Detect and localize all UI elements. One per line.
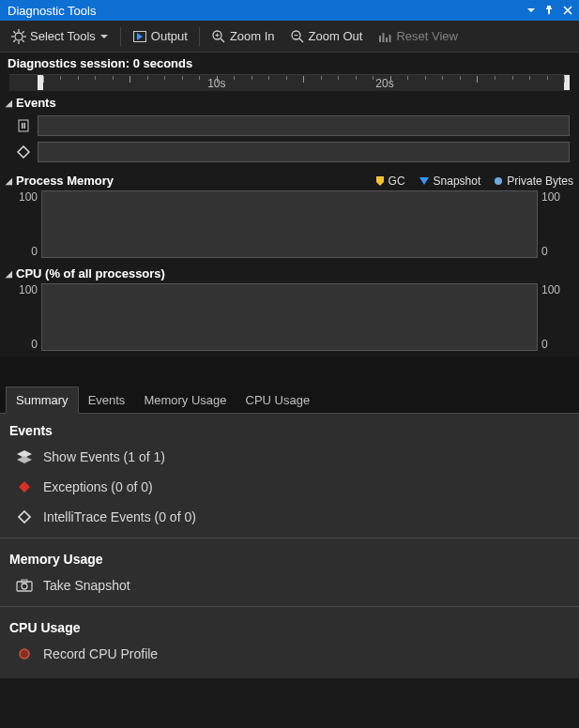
axis-tick: 100 [541, 283, 570, 296]
axis-tick: 100 [9, 283, 38, 296]
diamond-icon [9, 145, 38, 159]
pin-icon[interactable] [543, 5, 555, 16]
dropdown-icon[interactable] [526, 6, 536, 15]
select-tools-label: Select Tools [30, 29, 96, 43]
tab-memory-usage[interactable]: Memory Usage [134, 387, 236, 413]
legend-snapshot: Snapshot [419, 174, 481, 188]
cpu-section-header[interactable]: ◢ CPU (% of all processors) [0, 264, 579, 283]
session-duration-label: Diagnostics session: 0 seconds [0, 53, 579, 74]
svg-line-11 [221, 38, 224, 42]
timeline-ruler[interactable]: 10s 20s [9, 74, 570, 91]
divider [0, 538, 579, 538]
toolbar-separator [120, 27, 121, 46]
diamond-outline-icon [15, 510, 34, 523]
events-stack-icon [15, 450, 34, 463]
cpu-usage-heading: CPU Usage [0, 613, 579, 639]
cpu-plot[interactable] [41, 283, 538, 351]
record-icon [15, 647, 34, 660]
show-events-link[interactable]: Show Events (1 of 1) [0, 442, 579, 472]
axis-tick: 100 [9, 190, 38, 204]
zoom-out-button[interactable]: Zoom Out [284, 25, 369, 48]
legend-private-bytes: Private Bytes [494, 174, 573, 188]
axis-tick: 0 [541, 338, 570, 351]
events-section-header[interactable]: ◢ Events [0, 93, 579, 113]
camera-icon [15, 579, 34, 592]
toolbar-separator [199, 27, 200, 46]
exceptions-label: Exceptions (0 of 0) [43, 479, 153, 494]
tab-events[interactable]: Events [79, 387, 135, 413]
svg-rect-23 [24, 123, 26, 129]
zoom-in-label: Zoom In [230, 29, 275, 43]
chevron-down-icon [99, 32, 109, 41]
svg-line-15 [299, 38, 303, 42]
reset-view-label: Reset View [396, 29, 458, 43]
svg-point-28 [20, 649, 29, 659]
svg-line-5 [13, 31, 15, 33]
svg-line-8 [13, 39, 15, 41]
expand-collapse-icon: ◢ [6, 176, 12, 186]
svg-rect-18 [383, 33, 385, 42]
gear-icon [11, 29, 26, 44]
zoom-in-button[interactable]: Zoom In [206, 25, 281, 48]
title-bar: Diagnostic Tools [0, 0, 579, 21]
svg-line-7 [23, 31, 24, 33]
show-events-label: Show Events (1 of 1) [43, 449, 165, 464]
expand-collapse-icon: ◢ [6, 269, 12, 279]
svg-rect-17 [379, 36, 381, 42]
events-heading: Events [0, 416, 579, 442]
zoom-out-label: Zoom Out [309, 29, 363, 43]
axis-tick: 0 [9, 245, 38, 258]
break-events-track[interactable] [38, 115, 570, 136]
record-cpu-label: Record CPU Profile [43, 646, 158, 661]
divider [0, 356, 579, 381]
events-section-title: Events [16, 96, 56, 110]
tab-cpu-usage[interactable]: CPU Usage [236, 387, 320, 413]
intellitrace-label: IntelliTrace Events (0 of 0) [43, 509, 196, 524]
output-label: Output [151, 29, 188, 43]
output-button[interactable]: Output [127, 25, 193, 48]
legend-gc: GC [375, 174, 405, 188]
exception-icon [15, 480, 34, 493]
process-memory-plot[interactable] [41, 190, 538, 258]
svg-point-27 [22, 584, 27, 589]
svg-rect-22 [22, 123, 23, 129]
axis-tick: 0 [9, 338, 38, 351]
select-tools-button[interactable]: Select Tools [6, 25, 114, 48]
reset-view-icon [377, 29, 392, 44]
process-memory-header[interactable]: ◢ Process Memory GC Snapshot Private Byt… [0, 171, 579, 190]
pause-break-icon [9, 119, 38, 132]
svg-point-0 [15, 33, 23, 40]
output-icon [132, 29, 147, 44]
zoom-in-icon [211, 29, 226, 44]
zoom-out-icon [290, 29, 305, 44]
take-snapshot-label: Take Snapshot [43, 578, 130, 593]
intellitrace-events-track[interactable] [38, 142, 570, 162]
svg-rect-20 [389, 35, 391, 42]
axis-tick: 0 [541, 245, 570, 258]
cpu-section-title: CPU (% of all processors) [16, 266, 165, 281]
divider [0, 606, 579, 607]
tab-strip: Summary Events Memory Usage CPU Usage [0, 381, 579, 414]
take-snapshot-link[interactable]: Take Snapshot [0, 570, 579, 600]
svg-line-6 [23, 39, 24, 41]
svg-rect-21 [19, 120, 28, 131]
window-title: Diagnostic Tools [8, 4, 96, 18]
events-track-area [9, 113, 570, 165]
tab-summary[interactable]: Summary [6, 387, 79, 414]
intellitrace-events-link[interactable]: IntelliTrace Events (0 of 0) [0, 502, 579, 532]
process-memory-chart: 1000 1000 [9, 190, 570, 258]
axis-tick: 100 [541, 190, 570, 204]
summary-panel: Events Show Events (1 of 1) Exceptions (… [0, 414, 579, 678]
record-cpu-link[interactable]: Record CPU Profile [0, 639, 579, 669]
svg-point-24 [495, 177, 502, 185]
memory-usage-heading: Memory Usage [0, 544, 579, 570]
close-icon[interactable] [562, 5, 573, 16]
expand-collapse-icon: ◢ [6, 99, 12, 108]
process-memory-title: Process Memory [16, 174, 114, 188]
toolbar: Select Tools Output Zoom In Zoom Out Res… [0, 21, 579, 53]
exceptions-link[interactable]: Exceptions (0 of 0) [0, 472, 579, 502]
cpu-chart: 1000 1000 [9, 283, 570, 351]
reset-view-button[interactable]: Reset View [372, 25, 464, 48]
svg-rect-19 [386, 38, 388, 42]
